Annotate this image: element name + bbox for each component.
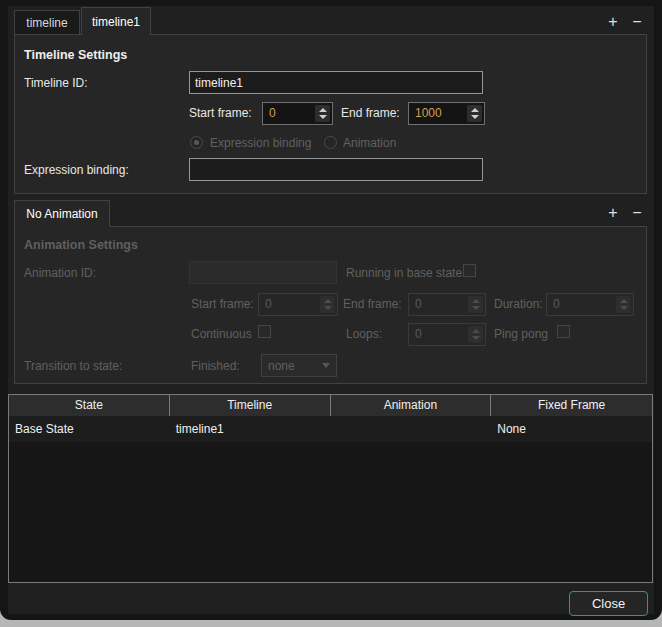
start-frame-spin-buttons[interactable] [315, 105, 330, 122]
spin-up-icon [472, 329, 480, 333]
tab-timeline[interactable]: timeline [14, 10, 80, 34]
finished-dropdown-value: none [268, 359, 322, 373]
spin-down-icon[interactable] [471, 115, 479, 119]
animation-radio-label: Animation [343, 136, 396, 150]
tab-timeline1[interactable]: timeline1 [81, 7, 151, 35]
expression-binding-radio [190, 136, 203, 149]
chevron-down-icon [322, 363, 330, 368]
close-button[interactable]: Close [569, 591, 648, 616]
animation-id-input [189, 261, 337, 284]
spin-up-icon[interactable] [471, 108, 479, 112]
timeline-id-label: Timeline ID: [24, 76, 88, 90]
timeline-dialog: timeline timeline1 + − Timeline Settings… [0, 0, 662, 620]
cell-timeline: timeline1 [170, 416, 331, 442]
spin-buttons [468, 296, 483, 313]
add-timeline-icon[interactable]: + [604, 13, 622, 31]
spin-down-icon [472, 336, 480, 340]
anim-end-frame-value: 0 [409, 294, 466, 315]
animation-radio [324, 136, 337, 149]
tab-timeline-label: timeline [26, 16, 67, 30]
anim-end-frame-spinbox: 0 [408, 293, 486, 316]
loops-label: Loops: [346, 327, 382, 341]
loops-value: 0 [409, 324, 466, 345]
tab-no-animation[interactable]: No Animation [14, 200, 110, 227]
animation-id-label: Animation ID: [24, 266, 96, 280]
end-frame-spin-buttons[interactable] [467, 105, 482, 122]
anim-start-frame-spinbox: 0 [258, 293, 338, 316]
continuous-label: Continuous [191, 327, 252, 341]
tab-no-animation-label: No Animation [26, 207, 97, 221]
anim-end-frame-label: End frame: [343, 297, 402, 311]
start-frame-value: 0 [263, 103, 313, 124]
finished-dropdown: none [261, 354, 337, 377]
spin-buttons [616, 296, 631, 313]
remove-timeline-icon[interactable]: − [628, 13, 646, 31]
anim-start-frame-label: Start frame: [191, 297, 254, 311]
column-header-state: State [9, 395, 170, 416]
loops-spinbox: 0 [408, 323, 486, 346]
spin-up-icon [324, 299, 332, 303]
timeline-settings-panel: Timeline Settings Timeline ID: Start fra… [14, 34, 647, 194]
spin-up-icon[interactable] [319, 108, 327, 112]
spin-down-icon[interactable] [319, 115, 327, 119]
duration-spinbox: 0 [546, 293, 634, 316]
ping-pong-checkbox [557, 325, 570, 338]
end-frame-spinbox[interactable]: 1000 [408, 102, 485, 125]
column-header-animation: Animation [331, 395, 492, 416]
duration-label: Duration: [494, 297, 543, 311]
state-timeline-table: State Timeline Animation Fixed Frame Bas… [8, 394, 653, 583]
spin-down-icon [472, 306, 480, 310]
end-frame-label: End frame: [341, 106, 400, 120]
remove-animation-icon[interactable]: − [628, 204, 646, 222]
finished-label: Finished: [191, 359, 240, 373]
animation-settings-title: Animation Settings [24, 238, 138, 252]
table-header: State Timeline Animation Fixed Frame [9, 395, 652, 416]
spin-buttons [468, 326, 483, 343]
expression-binding-input[interactable] [189, 158, 483, 181]
cell-state: Base State [9, 416, 170, 442]
spin-down-icon [324, 306, 332, 310]
table-row[interactable]: Base State timeline1 None [9, 416, 652, 442]
spin-down-icon [620, 306, 628, 310]
spin-buttons [320, 296, 335, 313]
continuous-checkbox [258, 325, 271, 338]
tab-timeline1-label: timeline1 [92, 15, 140, 29]
ping-pong-label: Ping pong [494, 327, 548, 341]
column-header-fixed-frame: Fixed Frame [491, 395, 652, 416]
running-in-base-state-checkbox [463, 264, 476, 277]
start-frame-label: Start frame: [189, 106, 252, 120]
timeline-id-input[interactable] [189, 71, 483, 94]
cell-fixed-frame: None [491, 416, 652, 442]
cell-animation [331, 416, 492, 442]
spin-up-icon [620, 299, 628, 303]
spin-up-icon [472, 299, 480, 303]
add-animation-icon[interactable]: + [604, 204, 622, 222]
duration-value: 0 [547, 294, 614, 315]
expression-binding-radio-label: Expression binding [210, 136, 311, 150]
animation-settings-panel: Animation Settings Animation ID: Running… [14, 226, 647, 384]
end-frame-value: 1000 [409, 103, 465, 124]
anim-start-frame-value: 0 [259, 294, 318, 315]
column-header-timeline: Timeline [170, 395, 331, 416]
timeline-settings-title: Timeline Settings [24, 48, 127, 62]
running-in-base-state-label: Running in base state [346, 266, 462, 280]
expression-binding-label: Expression binding: [24, 163, 129, 177]
transition-to-state-label: Transition to state: [24, 359, 122, 373]
start-frame-spinbox[interactable]: 0 [262, 102, 333, 125]
